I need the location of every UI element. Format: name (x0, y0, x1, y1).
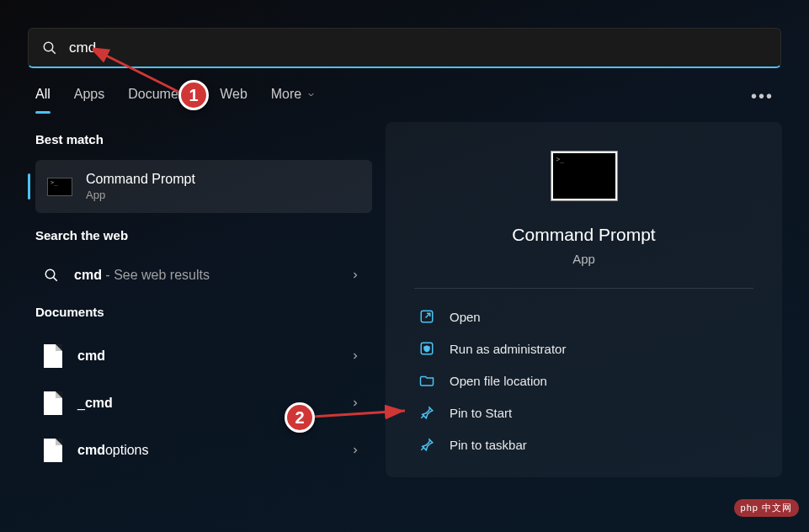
svg-line-1 (52, 50, 56, 53)
web-result-text: cmd - See web results (74, 268, 210, 283)
action-label: Pin to taskbar (450, 438, 527, 452)
tab-more[interactable]: More (271, 87, 316, 114)
tab-more-label: More (271, 87, 301, 102)
watermark: php 中文网 (734, 499, 799, 517)
details-panel: Command Prompt App Open Run as administr… (386, 122, 782, 477)
best-match-result[interactable]: Command Prompt App (35, 160, 372, 213)
tab-all[interactable]: All (35, 87, 51, 114)
document-row[interactable]: cmd (35, 332, 372, 380)
annotation-badge-2: 2 (285, 402, 315, 433)
document-icon (44, 391, 62, 415)
svg-line-3 (54, 278, 57, 281)
action-open[interactable]: Open (414, 301, 753, 332)
action-open-location[interactable]: Open file location (414, 364, 753, 396)
search-input[interactable] (69, 40, 767, 56)
document-icon (44, 344, 62, 368)
section-search-web: Search the web (35, 228, 372, 242)
action-pin-taskbar[interactable]: Pin to taskbar (414, 428, 753, 460)
shield-icon (419, 341, 434, 356)
search-icon (44, 268, 59, 283)
action-label: Run as administrator (450, 342, 566, 356)
preview-title: Command Prompt (414, 225, 753, 245)
chevron-down-icon (306, 90, 316, 99)
chevron-right-icon (350, 270, 360, 280)
section-documents: Documents (35, 305, 372, 319)
chevron-right-icon (350, 398, 360, 408)
document-icon (44, 439, 62, 462)
divider (414, 288, 753, 289)
filter-tabs: All Apps Documents Web More ••• (0, 68, 809, 114)
open-icon (419, 309, 434, 324)
preview-subtitle: App (414, 252, 753, 266)
document-name: _cmd (77, 396, 113, 411)
svg-point-0 (44, 42, 53, 51)
document-name: cmdoptions (77, 443, 149, 458)
action-label: Pin to Start (450, 406, 512, 420)
web-result-row[interactable]: cmd - See web results (35, 256, 372, 295)
annotation-badge-1: 1 (178, 80, 209, 110)
section-best-match: Best match (35, 132, 372, 146)
action-label: Open file location (450, 374, 547, 388)
action-label: Open (450, 310, 481, 324)
document-row[interactable]: cmdoptions (35, 427, 372, 474)
best-match-subtitle: App (86, 189, 195, 201)
document-name: cmd (77, 348, 105, 364)
tab-apps[interactable]: Apps (74, 87, 104, 114)
pin-icon (419, 437, 434, 452)
action-run-admin[interactable]: Run as administrator (414, 332, 753, 364)
svg-point-2 (45, 269, 55, 279)
search-bar[interactable] (28, 28, 781, 68)
search-icon (42, 40, 57, 56)
folder-icon (419, 373, 434, 388)
command-prompt-icon (47, 178, 72, 196)
tab-web[interactable]: Web (220, 87, 247, 114)
best-match-title: Command Prompt (86, 172, 195, 187)
chevron-right-icon (350, 445, 360, 455)
document-row[interactable]: _cmd (35, 380, 372, 427)
action-pin-start[interactable]: Pin to Start (414, 396, 753, 428)
overflow-button[interactable]: ••• (751, 87, 774, 106)
chevron-right-icon (350, 351, 360, 361)
app-preview-icon (551, 151, 618, 201)
pin-icon (419, 405, 434, 420)
